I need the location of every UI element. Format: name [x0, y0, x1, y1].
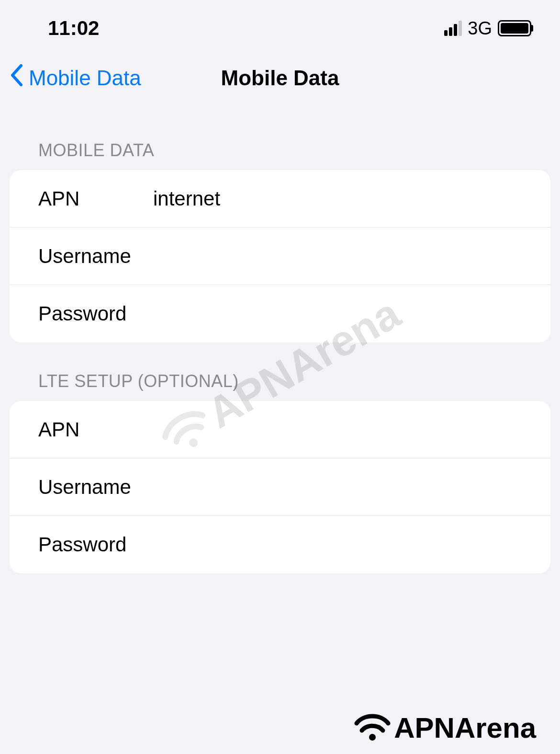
- nav-title: Mobile Data: [221, 66, 339, 90]
- input-apn[interactable]: [153, 187, 522, 210]
- label-lte-username: Username: [38, 476, 153, 499]
- input-password[interactable]: [153, 302, 522, 325]
- row-password[interactable]: Password: [10, 285, 550, 343]
- signal-icon: [444, 21, 462, 36]
- settings-group-lte: APN Username Password: [10, 401, 550, 573]
- status-bar: 11:02 3G: [0, 0, 560, 49]
- settings-group-mobile-data: APN Username Password: [10, 170, 550, 343]
- watermark-corner-text: APNArena: [394, 711, 536, 744]
- label-password: Password: [38, 302, 153, 325]
- status-time: 11:02: [48, 17, 99, 40]
- row-lte-apn[interactable]: APN: [10, 401, 550, 458]
- input-username[interactable]: [153, 245, 522, 268]
- back-button[interactable]: Mobile Data: [10, 64, 141, 92]
- input-lte-username[interactable]: [153, 476, 522, 499]
- input-lte-password[interactable]: [153, 533, 522, 556]
- back-label: Mobile Data: [29, 66, 141, 90]
- label-username: Username: [38, 245, 153, 268]
- label-apn: APN: [38, 187, 153, 210]
- wifi-icon: [353, 711, 392, 744]
- svg-point-1: [369, 734, 376, 741]
- network-type: 3G: [468, 18, 492, 39]
- row-lte-username[interactable]: Username: [10, 458, 550, 516]
- row-apn[interactable]: APN: [10, 170, 550, 228]
- watermark-corner: APNArena: [353, 711, 536, 744]
- section-header-mobile-data: MOBILE DATA: [0, 112, 560, 170]
- row-username[interactable]: Username: [10, 228, 550, 285]
- row-lte-password[interactable]: Password: [10, 516, 550, 573]
- status-indicators: 3G: [444, 18, 531, 39]
- section-header-lte: LTE SETUP (OPTIONAL): [0, 343, 560, 401]
- battery-icon: [498, 20, 531, 36]
- label-lte-password: Password: [38, 533, 153, 556]
- label-lte-apn: APN: [38, 418, 153, 441]
- input-lte-apn[interactable]: [153, 418, 522, 441]
- chevron-left-icon: [10, 64, 24, 92]
- nav-bar: Mobile Data Mobile Data: [0, 49, 560, 112]
